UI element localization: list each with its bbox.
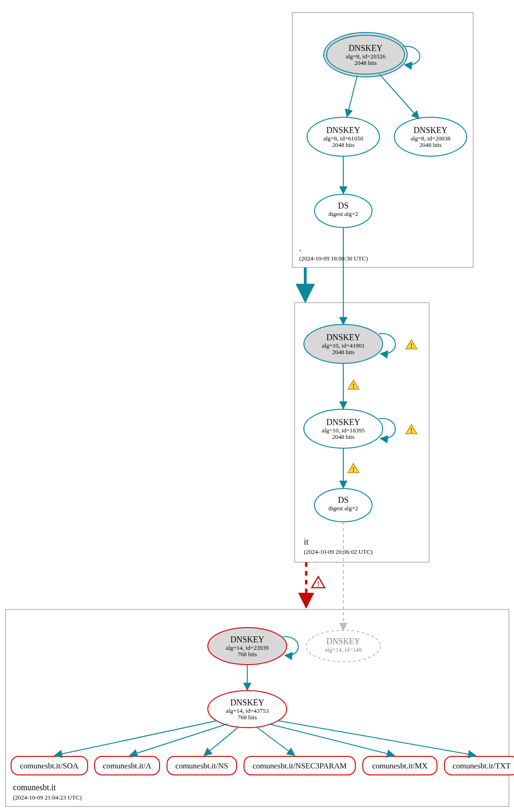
svg-text:2048 bits: 2048 bits (332, 433, 354, 440)
svg-text:alg=8, id=20038: alg=8, id=20038 (411, 135, 450, 142)
warn-icon: ! (406, 425, 417, 434)
svg-text:alg=8, id=20326: alg=8, id=20326 (346, 53, 386, 60)
svg-text:comunesbt.it/NS: comunesbt.it/NS (175, 761, 228, 770)
svg-text:2048 bits: 2048 bits (354, 59, 377, 66)
svg-text:!: ! (411, 343, 413, 349)
svg-text:DNSKEY: DNSKEY (413, 126, 447, 135)
rr-nsec3: comunesbt.it/NSEC3PARAM (244, 756, 355, 775)
svg-text:!: ! (317, 580, 320, 588)
svg-text:768 bits: 768 bits (238, 651, 257, 658)
svg-text:comunesbt.it/SOA: comunesbt.it/SOA (20, 761, 79, 770)
svg-text:2048 bits: 2048 bits (419, 141, 442, 148)
node-root-ds: DS digest alg=2 (315, 194, 372, 228)
svg-text:DNSKEY: DNSKEY (348, 44, 382, 53)
zone-it-time: (2024-10-09 20:06:02 UTC) (304, 548, 373, 555)
node-dom-ksk: DNSKEY alg=14, id=23939 768 bits (208, 628, 287, 665)
edge-zsk-ns (204, 727, 239, 755)
svg-text:2048 bits: 2048 bits (332, 141, 354, 148)
svg-text:alg=14, id=23939: alg=14, id=23939 (226, 644, 269, 651)
dnssec-chain-diagram: . (2024-10-09 18:00:30 UTC) it (2024-10-… (0, 0, 514, 812)
node-root-zsk2: DNSKEY alg=8, id=20038 2048 bits (394, 117, 467, 156)
rr-soa: comunesbt.it/SOA (11, 756, 88, 775)
edge-zsk-nsec3 (256, 727, 295, 755)
svg-text:DNSKEY: DNSKEY (230, 635, 264, 644)
svg-text:comunesbt.it/TXT: comunesbt.it/TXT (452, 761, 511, 770)
svg-text:DS: DS (338, 495, 348, 505)
node-dom-ghost: DNSKEY alg=14, id=348 (306, 630, 380, 662)
warn-icon: ! (348, 463, 359, 473)
zone-root-time: (2024-10-09 18:00:30 UTC) (299, 255, 368, 262)
node-root-ksk: DNSKEY alg=8, id=20326 2048 bits (324, 32, 407, 77)
zone-domain-time: (2024-10-09 21:04:23 UTC) (13, 794, 82, 801)
rr-a: comunesbt.it/A (95, 756, 160, 775)
svg-text:alg=14, id=348: alg=14, id=348 (325, 646, 362, 653)
svg-text:DNSKEY: DNSKEY (326, 333, 360, 342)
svg-text:768 bits: 768 bits (238, 714, 257, 721)
svg-text:DNSKEY: DNSKEY (230, 698, 264, 707)
zone-root-label: . (299, 244, 302, 253)
svg-text:comunesbt.it/NSEC3PARAM: comunesbt.it/NSEC3PARAM (253, 761, 347, 770)
node-root-zsk1: DNSKEY alg=8, id=61050 2048 bits (307, 117, 379, 156)
zone-domain-label: comunesbt.it (13, 783, 56, 792)
svg-text:!: ! (353, 466, 355, 473)
svg-text:alg=10, id=18395: alg=10, id=18395 (322, 427, 365, 434)
node-it-zsk: DNSKEY alg=10, id=18395 2048 bits (304, 409, 383, 448)
svg-text:digest alg=2: digest alg=2 (328, 505, 358, 512)
svg-text:digest alg=2: digest alg=2 (328, 210, 358, 217)
error-icon: ! (312, 577, 325, 588)
svg-text:alg=14, id=43753: alg=14, id=43753 (226, 707, 269, 714)
svg-text:2048 bits: 2048 bits (332, 349, 354, 355)
svg-text:DNSKEY: DNSKEY (326, 126, 360, 135)
rr-txt: comunesbt.it/TXT (444, 756, 514, 775)
rr-ns: comunesbt.it/NS (167, 756, 237, 775)
svg-text:alg=8, id=61050: alg=8, id=61050 (323, 135, 363, 142)
svg-text:DS: DS (338, 201, 348, 210)
node-dom-zsk: DNSKEY alg=14, id=43753 768 bits (208, 691, 287, 728)
svg-text:!: ! (353, 383, 355, 390)
warn-icon: ! (406, 340, 417, 349)
svg-text:alg=10, id=41901: alg=10, id=41901 (322, 342, 365, 349)
zone-it-label: it (304, 537, 308, 546)
edge-zsk-soa (55, 721, 217, 755)
edge-rootksk-zsk1 (347, 76, 357, 117)
svg-text:!: ! (411, 427, 413, 434)
node-it-ds: DS digest alg=2 (315, 488, 372, 522)
svg-text:comunesbt.it/MX: comunesbt.it/MX (372, 761, 427, 770)
svg-text:DNSKEY: DNSKEY (326, 637, 360, 646)
rr-mx: comunesbt.it/MX (363, 756, 437, 775)
svg-text:comunesbt.it/A: comunesbt.it/A (103, 761, 152, 770)
svg-text:DNSKEY: DNSKEY (326, 418, 360, 427)
edge-rootksk-zsk2 (379, 74, 419, 119)
edge-zsk-txt (278, 721, 475, 755)
warn-icon: ! (348, 380, 359, 390)
node-it-ksk: DNSKEY alg=10, id=41901 2048 bits (304, 324, 383, 363)
